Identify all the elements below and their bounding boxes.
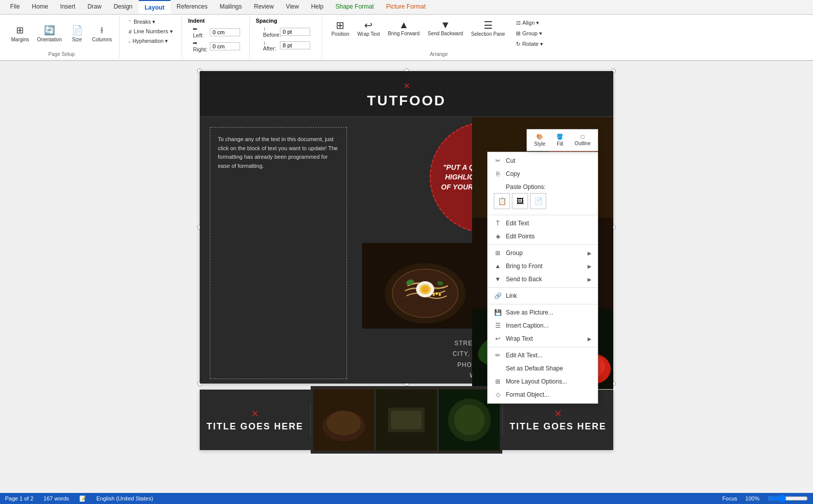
size-button[interactable]: 📄 Size bbox=[67, 23, 87, 44]
tab-picture-format[interactable]: Picture Format bbox=[380, 0, 432, 14]
newsletter-body-text: To change any of the text in this docume… bbox=[218, 135, 339, 170]
tab-design[interactable]: Design bbox=[107, 0, 138, 14]
group-icon: ⊞ bbox=[494, 249, 502, 257]
menu-item-send-back[interactable]: ▼ Send to Back ▶ bbox=[488, 273, 598, 286]
menu-item-link[interactable]: 🔗 Link bbox=[488, 289, 598, 302]
bring-forward-button[interactable]: ▲ Bring Forward bbox=[385, 18, 423, 38]
document-area[interactable]: ✕ TUTFOOD To change any of the text in t… bbox=[0, 61, 813, 488]
tab-shape-format[interactable]: Shape Format bbox=[329, 0, 380, 14]
page-2-photos bbox=[311, 386, 502, 454]
ribbon-tabs: File Home Insert Draw Design Layout Refe… bbox=[0, 0, 813, 15]
zoom-level: 100% bbox=[745, 495, 760, 501]
tab-layout[interactable]: Layout bbox=[139, 0, 170, 14]
tab-help[interactable]: Help bbox=[305, 0, 330, 14]
paste-option-1[interactable]: 📋 bbox=[494, 193, 510, 209]
ribbon-group-page-setup: ⊞ Margins 🔄 Orientation 📄 Size ⫲ Columns… bbox=[4, 17, 120, 58]
main-area: ✕ TUTFOOD To change any of the text in t… bbox=[0, 61, 813, 488]
tab-draw[interactable]: Draw bbox=[81, 0, 107, 14]
menu-item-paste-header: Paste Options: bbox=[488, 180, 598, 191]
menu-item-insert-caption[interactable]: ☰ Insert Caption... bbox=[488, 319, 598, 332]
menu-item-bring-front[interactable]: ▲ Bring to Front ▶ bbox=[488, 260, 598, 273]
group-arrange-button[interactable]: ⊞ Group ▾ bbox=[513, 29, 546, 38]
hyphenation-button[interactable]: - Hyphenation ▾ bbox=[126, 37, 171, 45]
zoom-slider[interactable] bbox=[768, 494, 808, 502]
mini-fill-button[interactable]: 🪣 Fill bbox=[551, 132, 568, 149]
save-picture-icon: 💾 bbox=[494, 308, 502, 317]
submenu-arrow-group: ▶ bbox=[588, 250, 592, 256]
mini-style-button[interactable]: 🎨 Style bbox=[529, 132, 550, 149]
edit-points-icon: ◈ bbox=[494, 232, 502, 240]
menu-item-group[interactable]: ⊞ Group ▶ bbox=[488, 246, 598, 260]
page-2-left-section: ✕ TITLE GOES HERE bbox=[200, 403, 311, 437]
svg-point-29 bbox=[454, 405, 485, 435]
mini-outline-button[interactable]: □ Outline bbox=[569, 132, 596, 149]
header-decoration: ✕ bbox=[215, 81, 598, 91]
spacing-after-input[interactable] bbox=[280, 41, 310, 49]
margins-icon: ⊞ bbox=[16, 25, 24, 36]
spacing-before-input[interactable] bbox=[280, 28, 310, 36]
breaks-button[interactable]: ⁻ Breaks ▾ bbox=[126, 18, 158, 26]
menu-item-wrap-text[interactable]: ↩ Wrap Text ▶ bbox=[488, 332, 598, 345]
format-object-icon: ◇ bbox=[494, 391, 502, 399]
ribbon: File Home Insert Draw Design Layout Refe… bbox=[0, 0, 813, 61]
menu-item-format-object[interactable]: ◇ Format Object... bbox=[488, 388, 598, 401]
newsletter-left-col: To change any of the text in this docume… bbox=[200, 117, 357, 389]
menu-item-edit-alt[interactable]: ✏ Edit Alt Text... bbox=[488, 349, 598, 362]
menu-item-copy[interactable]: ⎘ Copy bbox=[488, 167, 598, 180]
margins-button[interactable]: ⊞ Margins bbox=[8, 23, 32, 44]
selection-pane-button[interactable]: ☰ Selection Pane bbox=[468, 18, 508, 38]
size-icon: 📄 bbox=[72, 25, 83, 36]
separator-2 bbox=[488, 244, 598, 245]
ribbon-group-spacing: Spacing ↑ Before: ↓ After: bbox=[252, 17, 322, 58]
tab-view[interactable]: View bbox=[280, 0, 305, 14]
menu-item-save-picture[interactable]: 💾 Save as Picture... bbox=[488, 306, 598, 319]
orientation-icon: 🔄 bbox=[44, 25, 55, 36]
menu-item-cut[interactable]: ✂ Cut bbox=[488, 154, 598, 167]
position-button[interactable]: ⊞ Position bbox=[328, 18, 353, 38]
default-shape-icon bbox=[494, 364, 502, 372]
rotate-button[interactable]: ↻ Rotate ▾ bbox=[513, 40, 546, 48]
newsletter-text-box[interactable]: To change any of the text in this docume… bbox=[210, 127, 347, 379]
menu-item-edit-points[interactable]: ◈ Edit Points bbox=[488, 230, 598, 243]
menu-item-edit-text[interactable]: T Edit Text bbox=[488, 217, 598, 230]
indent-right-input[interactable] bbox=[210, 42, 240, 50]
tab-insert[interactable]: Insert bbox=[54, 0, 81, 14]
page-2-photo-2 bbox=[376, 389, 437, 451]
align-button[interactable]: ⚖ Align ▾ bbox=[513, 19, 546, 27]
cut-icon: ✂ bbox=[494, 157, 502, 165]
wrap-text-button[interactable]: ↩ Wrap Text bbox=[355, 18, 383, 38]
columns-icon: ⫲ bbox=[100, 25, 103, 36]
menu-item-default-shape[interactable]: Set as Default Shape bbox=[488, 362, 598, 375]
menu-item-layout-options[interactable]: ⊞ More Layout Options... bbox=[488, 375, 598, 388]
svg-point-5 bbox=[422, 286, 429, 292]
separator-1 bbox=[488, 215, 598, 215]
send-backward-button[interactable]: ▼ Send Backward bbox=[425, 18, 466, 38]
paste-option-2[interactable]: 🖼 bbox=[512, 193, 528, 209]
page-2-left-title-area: ✕ TITLE GOES HERE bbox=[206, 408, 303, 432]
submenu-arrow-wrap: ▶ bbox=[588, 336, 592, 342]
food-photo bbox=[362, 243, 488, 329]
page-2-photo-1-svg bbox=[313, 389, 374, 451]
indent-left-input[interactable] bbox=[210, 28, 240, 36]
food-image-svg bbox=[362, 243, 488, 329]
wrap-text-icon: ↩ bbox=[494, 335, 502, 343]
tab-review[interactable]: Review bbox=[248, 0, 279, 14]
layout-icon: ⊞ bbox=[494, 377, 502, 386]
insert-caption-icon: ☰ bbox=[494, 322, 502, 330]
columns-button[interactable]: ⫲ Columns bbox=[89, 24, 115, 44]
edit-text-icon: T bbox=[494, 219, 502, 227]
orientation-button[interactable]: 🔄 Orientation bbox=[34, 23, 65, 44]
send-back-icon: ▼ bbox=[494, 275, 502, 283]
submenu-arrow-back: ▶ bbox=[588, 277, 592, 282]
page-2-photo-1 bbox=[313, 389, 374, 451]
paste-option-3[interactable]: 📄 bbox=[530, 193, 546, 209]
focus-mode[interactable]: Focus bbox=[722, 495, 737, 501]
tab-mailings[interactable]: Mailings bbox=[213, 0, 248, 14]
context-menu: ✂ Cut ⎘ Copy Paste Options: 📋 🖼 📄 bbox=[487, 152, 598, 404]
tab-references[interactable]: References bbox=[170, 0, 213, 14]
tab-file[interactable]: File bbox=[4, 0, 26, 14]
tab-home[interactable]: Home bbox=[26, 0, 54, 14]
svg-rect-10 bbox=[439, 293, 441, 296]
line-numbers-button[interactable]: # Line Numbers ▾ bbox=[126, 27, 176, 36]
separator-3 bbox=[488, 287, 598, 288]
